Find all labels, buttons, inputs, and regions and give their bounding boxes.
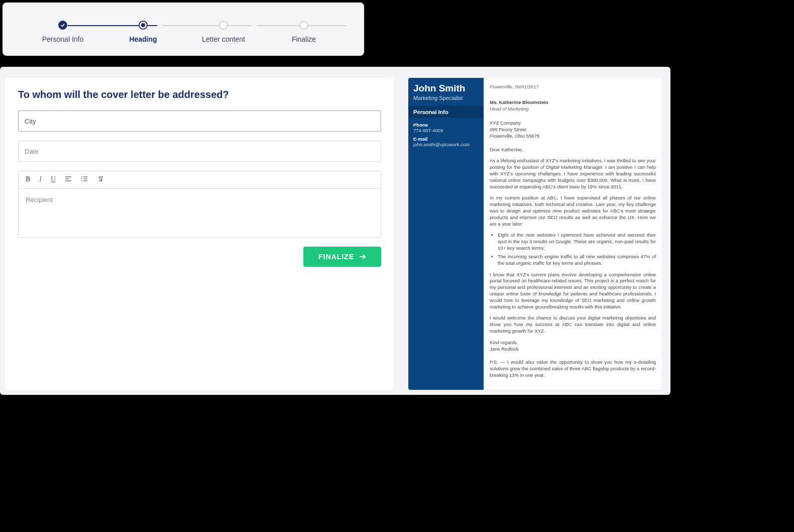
main-content: To whom will the cover letter be address… [0, 67, 670, 395]
recipient-name: Ms. Katherine Bloomstein [490, 99, 656, 106]
preview-body: Flowerville, 06/01/2017 Ms. Katherine Bl… [484, 78, 662, 390]
step-label: Finalize [292, 35, 316, 44]
stepper-card: Personal Info Heading Letter content Fin… [3, 3, 364, 56]
address-line: Flowerville, Ohio 55675 [490, 133, 656, 139]
step-dot-icon [139, 21, 148, 30]
list-item: Eight of the nine websites I optimized h… [498, 232, 656, 251]
recipient-textarea[interactable]: Recipient [19, 189, 381, 237]
company: XYZ Company [490, 120, 656, 126]
align-button[interactable] [65, 175, 72, 184]
contact-block: Phone 774-987-4009 E-mail john.smith@upt… [408, 118, 484, 151]
paragraph: In my current position at ABC, I have su… [490, 195, 656, 227]
recipient-editor: B I U Recipient [18, 171, 381, 238]
preview-title: Marketing Specialist [408, 95, 484, 106]
email-label: E-mail [413, 136, 479, 142]
input-placeholder: City [25, 118, 36, 125]
preview-date-line: Flowerville, 06/01/2017 [490, 84, 656, 90]
closing: Kind regards, [490, 340, 656, 346]
step-finalize[interactable]: Finalize [274, 21, 334, 44]
salutation: Dear Katherine, [490, 147, 656, 153]
city-input[interactable]: City [18, 111, 381, 132]
preview-name: John Smith [408, 78, 484, 95]
step-heading[interactable]: Heading [113, 21, 173, 44]
italic-button[interactable]: I [39, 175, 42, 184]
editor-placeholder: Recipient [26, 196, 53, 203]
progress-stepper: Personal Info Heading Letter content Fin… [33, 21, 334, 44]
postscript: P.S. — I would also value the opportunit… [490, 359, 656, 378]
signature: Jane Redlock [490, 346, 656, 353]
check-icon [58, 21, 67, 30]
paragraph: I know that XYZ's current plans involve … [490, 272, 656, 310]
paragraph: As a lifelong enthusiast of XYZ's market… [490, 158, 656, 190]
list-button[interactable] [81, 175, 88, 184]
step-personal-info[interactable]: Personal Info [33, 21, 93, 44]
address-line: 099 Peony Street [490, 126, 656, 133]
step-label: Heading [129, 35, 157, 44]
email-value: john.smith@uptowork.com [413, 142, 479, 147]
form-title: To whom will the cover letter be address… [18, 89, 381, 100]
recipient-address: XYZ Company 099 Peony Street Flowerville… [490, 120, 656, 140]
step-circle-icon [299, 21, 308, 30]
button-label: FINALIZE [318, 253, 354, 261]
step-circle-icon [219, 21, 228, 30]
editor-toolbar: B I U [19, 171, 381, 189]
personal-info-header: Personal Info [408, 106, 484, 118]
preview-sidebar: John Smith Marketing Specialist Personal… [408, 78, 484, 390]
bullet-list: Eight of the nine websites I optimized h… [498, 232, 656, 266]
svg-point-2 [81, 180, 82, 181]
paragraph: I would welcome the chance to discuss yo… [490, 315, 656, 334]
heading-form-card: To whom will the cover letter be address… [5, 78, 394, 390]
list-item: The incoming search engine traffic to al… [498, 254, 656, 267]
input-placeholder: Date [25, 148, 38, 155]
svg-point-1 [81, 178, 82, 179]
step-label: Letter content [202, 35, 245, 44]
finalize-button[interactable]: FINALIZE [303, 247, 381, 267]
phone-value: 774-987-4009 [413, 128, 479, 133]
svg-point-0 [81, 176, 82, 177]
cover-letter-preview: John Smith Marketing Specialist Personal… [408, 78, 662, 390]
step-letter-content[interactable]: Letter content [193, 21, 254, 44]
underline-button[interactable]: U [51, 175, 56, 184]
step-label: Personal Info [42, 35, 84, 44]
clear-format-button[interactable] [97, 175, 104, 184]
bold-button[interactable]: B [26, 175, 30, 184]
recipient-title: Head of Marketing [490, 106, 656, 113]
date-input[interactable]: Date [18, 141, 381, 162]
arrow-right-icon [359, 254, 366, 260]
phone-label: Phone [413, 122, 479, 128]
